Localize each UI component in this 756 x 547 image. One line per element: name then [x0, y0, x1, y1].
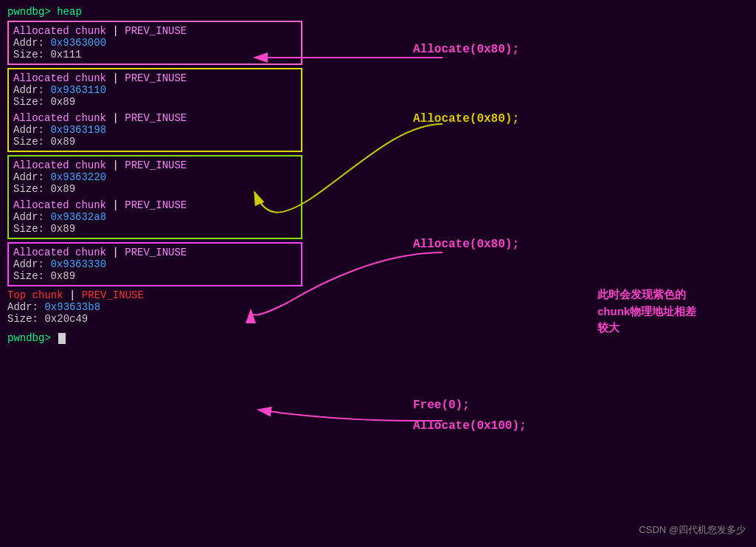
- top-chunk-addr-value: 0x93633b8: [44, 301, 100, 313]
- chunk2b-header: Allocated chunk | PREV_INUSE: [13, 112, 296, 124]
- chunk3a-size-line: Size: 0x89: [13, 183, 296, 195]
- chunk2a-flag: PREV_INUSE: [125, 72, 187, 84]
- chinese-note: 此时会发现紫色的 chunk物理地址相差 较大: [597, 286, 696, 337]
- chunk1-size-line: Size: 0x111: [13, 49, 296, 61]
- chunk1-pipe: |: [112, 25, 125, 37]
- chunk2a-size-line: Size: 0x89: [13, 96, 296, 108]
- chunk4-addr-value: 0x9363330: [50, 258, 106, 270]
- chunk3a-addr-line: Addr: 0x9363220: [13, 171, 296, 183]
- chunk2a-pipe: |: [112, 72, 125, 84]
- chinese-line3: 较大: [597, 320, 696, 337]
- chunk-box-3: Allocated chunk | PREV_INUSE Addr: 0x936…: [7, 155, 302, 239]
- chunk2a-header: Allocated chunk | PREV_INUSE: [13, 72, 296, 84]
- chunk3b-addr-line: Addr: 0x93632a8: [13, 211, 296, 223]
- chunk4-addr-line: Addr: 0x9363330: [13, 258, 296, 270]
- cursor: [58, 333, 66, 344]
- chunk-box-4: Allocated chunk | PREV_INUSE Addr: 0x936…: [7, 242, 302, 286]
- chunk3a-addr-value: 0x9363220: [50, 171, 106, 183]
- chunk1-addr-line: Addr: 0x9363000: [13, 37, 296, 49]
- top-chunk-header: Top chunk | PREV_INUSE: [7, 289, 302, 301]
- chinese-line1: 此时会发现紫色的: [597, 286, 696, 303]
- chunk2a-allocated: Allocated chunk: [13, 72, 106, 84]
- chunk2b-size-line: Size: 0x89: [13, 136, 296, 148]
- watermark: CSDN @四代机您发多少: [639, 523, 746, 537]
- chunk1-size-value: 0x111: [50, 49, 81, 61]
- anno3-text: Allocate(0x80);: [413, 238, 519, 251]
- chunk3b-header: Allocated chunk | PREV_INUSE: [13, 199, 296, 211]
- chunk2b-size-value: 0x89: [50, 136, 75, 148]
- chunk4-header: Allocated chunk | PREV_INUSE: [13, 247, 296, 258]
- chunk2b-addr-line: Addr: 0x9363198: [13, 124, 296, 136]
- chunk-box-2: Allocated chunk | PREV_INUSE Addr: 0x936…: [7, 68, 302, 152]
- chunk2b-addr-value: 0x9363198: [50, 124, 106, 136]
- anno4-label: Free(0);: [413, 399, 470, 412]
- chunk1-addr-value: 0x9363000: [50, 37, 106, 49]
- bottom-prompt-text: pwndbg>: [7, 332, 57, 344]
- prompt-line: pwndbg> heap: [7, 6, 302, 18]
- anno4-text: Free(0);: [413, 399, 470, 412]
- annotations-panel: Allocate(0x80); Allocate(0x80); Allocate…: [317, 0, 756, 547]
- anno1-text: Allocate(0x80);: [413, 43, 519, 56]
- chunk2a-addr-line: Addr: 0x9363110: [13, 84, 296, 96]
- chunk1-header: Allocated chunk | PREV_INUSE: [13, 25, 296, 37]
- anno2-label: Allocate(0x80);: [413, 112, 519, 125]
- top-chunk-size-line: Size: 0x20c49: [7, 313, 302, 325]
- top-chunk-size-value: 0x20c49: [44, 313, 88, 325]
- chunk3a-header: Allocated chunk | PREV_INUSE: [13, 159, 296, 171]
- chunk2a-size-value: 0x89: [50, 96, 75, 108]
- chunk3a-size-value: 0x89: [50, 183, 75, 195]
- chunk2a-addr-value: 0x9363110: [50, 84, 106, 96]
- anno2-text: Allocate(0x80);: [413, 112, 519, 125]
- chunk-box-1: Allocated chunk | PREV_INUSE Addr: 0x936…: [7, 21, 302, 65]
- chunk1-flag: PREV_INUSE: [125, 25, 187, 37]
- chunk1-allocated: Allocated chunk: [13, 25, 106, 37]
- terminal-panel: pwndbg> heap Allocated chunk | PREV_INUS…: [0, 0, 310, 350]
- chunk4-size-value: 0x89: [50, 270, 75, 282]
- anno3-label: Allocate(0x80);: [413, 238, 519, 251]
- chunk3b-size-value: 0x89: [50, 223, 75, 235]
- anno5-label: Allocate(0x100);: [413, 419, 527, 433]
- chunk1-addr-label: Addr:: [13, 37, 50, 49]
- anno5-text: Allocate(0x100);: [413, 419, 527, 433]
- chinese-line2: chunk物理地址相差: [597, 303, 696, 320]
- anno1-label: Allocate(0x80);: [413, 43, 519, 56]
- bottom-prompt: pwndbg>: [7, 332, 302, 344]
- top-chunk-section: Top chunk | PREV_INUSE Addr: 0x93633b8 S…: [7, 289, 302, 325]
- chunk3b-size-line: Size: 0x89: [13, 223, 296, 235]
- chunk1-size-label: Size:: [13, 49, 50, 61]
- top-chunk-addr-line: Addr: 0x93633b8: [7, 301, 302, 313]
- chunk4-size-line: Size: 0x89: [13, 270, 296, 282]
- chunk3b-addr-value: 0x93632a8: [50, 211, 106, 223]
